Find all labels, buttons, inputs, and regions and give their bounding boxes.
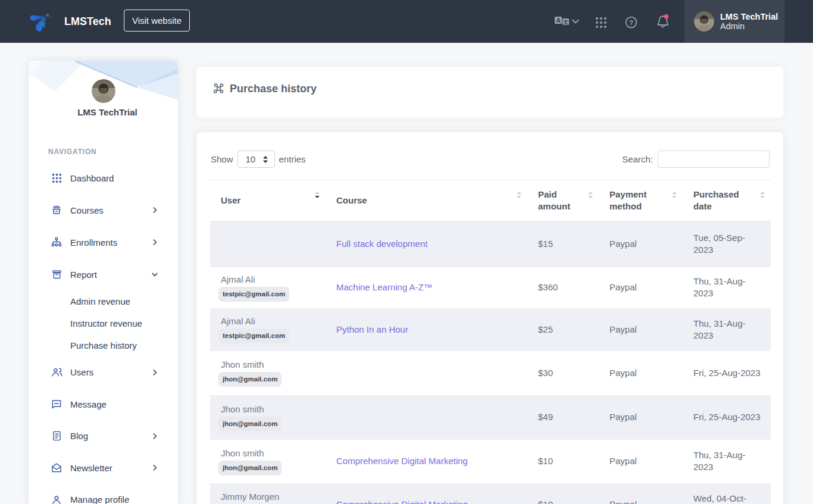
svg-text:文: 文 — [563, 19, 568, 25]
svg-text:A: A — [556, 17, 560, 24]
svg-text:?: ? — [629, 19, 633, 26]
